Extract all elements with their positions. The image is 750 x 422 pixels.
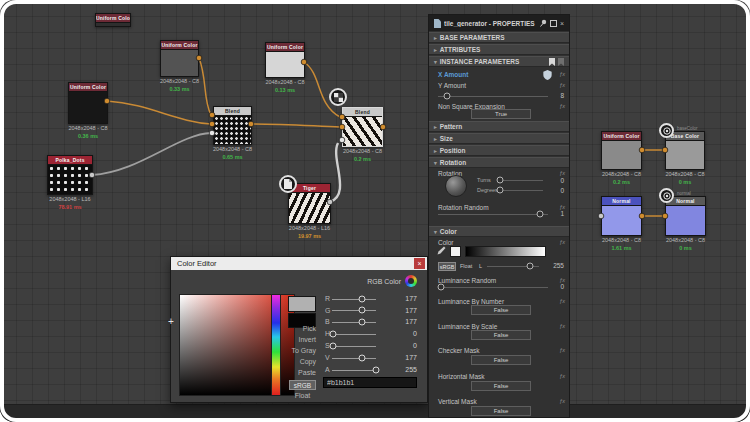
slider-knob[interactable]	[359, 307, 366, 314]
y-amount-value: 8	[560, 92, 564, 99]
pin-icon[interactable]	[539, 19, 547, 27]
rotation-turns-slider[interactable]	[499, 180, 543, 181]
function-icon[interactable]: ƒx	[559, 82, 565, 88]
color-editor-dialog[interactable]: Color Editor × + Pick Invert To Gray Cop…	[170, 256, 428, 403]
close-button[interactable]: ×	[414, 258, 425, 269]
non-square-expansion-toggle[interactable]: True	[471, 109, 531, 119]
slider-track[interactable]	[332, 346, 376, 347]
slider-knob[interactable]	[359, 296, 366, 303]
output-usage-badge[interactable]	[659, 188, 674, 203]
rotation-random-slider[interactable]	[438, 214, 548, 215]
function-icon[interactable]: ƒx	[559, 71, 565, 77]
to-gray-button[interactable]: To Gray	[271, 347, 316, 354]
invert-button[interactable]: Invert	[271, 336, 316, 343]
vertical-mask-toggle[interactable]: False	[471, 406, 531, 416]
y-amount-slider[interactable]	[438, 96, 548, 97]
slider-track[interactable]	[332, 310, 376, 311]
slider-knob[interactable]	[330, 343, 337, 350]
param-color: Color	[438, 239, 454, 246]
slider-track[interactable]	[332, 334, 376, 335]
section-rotation[interactable]: ▾ Rotation	[429, 157, 569, 168]
properties-titlebar[interactable]: tile_generator - PROPERTIES ×	[429, 15, 569, 31]
rotation-random-knob[interactable]	[537, 211, 544, 218]
node-graph-canvas[interactable]: Uniform Color Uniform Color 2048x2048 - …	[0, 0, 750, 422]
function-icon[interactable]: ƒx	[559, 347, 565, 353]
node-title: Uniform Color	[69, 83, 107, 92]
rotation-dial[interactable]	[445, 175, 467, 197]
node-uniform-color-4[interactable]: Uniform Color 2048x2048 - C8 0.2 ms	[601, 131, 642, 170]
color-swatch[interactable]	[450, 246, 461, 257]
hue-strip[interactable]	[271, 294, 281, 396]
eyedropper-icon[interactable]	[436, 246, 446, 256]
luminance-by-number-toggle[interactable]: False	[471, 305, 531, 315]
pick-button[interactable]: Pick	[271, 325, 316, 332]
node-uniform-color-3[interactable]: Uniform Color 2048x2048 - C8 0.36 ms	[68, 82, 108, 124]
section-instance-parameters[interactable]: ▾ INSTANCE PARAMETERS	[429, 56, 569, 67]
luminance-knob[interactable]	[527, 263, 534, 270]
section-attributes[interactable]: ▸ ATTRIBUTES	[429, 44, 569, 55]
node-uniform-color-2[interactable]: Uniform Color 2048x2048 - C8 0.13 ms	[265, 42, 305, 78]
float-toggle[interactable]: Float	[460, 263, 472, 269]
slider-knob[interactable]	[330, 331, 337, 338]
view-3d-badge[interactable]	[279, 175, 297, 193]
slider-track[interactable]	[332, 299, 376, 300]
section-color[interactable]: ▾ Color	[429, 226, 569, 237]
section-size[interactable]: ▸ Size	[429, 133, 569, 144]
color-mode-label[interactable]: RGB Color	[321, 278, 401, 285]
param-luminance-by-scale: Luminance By Scale	[438, 323, 497, 330]
function-icon[interactable]: ƒx	[559, 398, 565, 404]
param-x-amount[interactable]: X Amount	[438, 71, 468, 78]
copy-button[interactable]: Copy	[271, 358, 316, 365]
section-base-parameters[interactable]: ▸ BASE PARAMETERS	[429, 32, 569, 43]
node-output-normal[interactable]: Normal 2048x2048 - C8 0 ms	[665, 196, 706, 236]
function-icon[interactable]: ƒx	[559, 323, 565, 329]
luminance-random-slider[interactable]	[438, 287, 548, 288]
color-gradient-bar[interactable]	[465, 246, 546, 257]
section-pattern[interactable]: ▸ Pattern	[429, 121, 569, 132]
function-icon[interactable]: ƒx	[559, 373, 565, 379]
close-icon[interactable]: ×	[560, 20, 564, 27]
hex-color-input[interactable]	[323, 377, 417, 388]
bookmark-icon[interactable]	[549, 58, 555, 66]
function-icon[interactable]: ƒx	[559, 103, 565, 109]
node-normal-1[interactable]: Normal 2048x2048 - C8 1.61 ms	[601, 196, 642, 236]
function-icon[interactable]: ƒx	[559, 170, 565, 176]
picker-cursor[interactable]: +	[168, 316, 174, 327]
y-amount-knob[interactable]	[444, 93, 451, 100]
slider-track[interactable]	[332, 370, 376, 371]
function-icon[interactable]: ƒx	[559, 298, 565, 304]
slider-knob[interactable]	[373, 367, 380, 374]
luminance-by-scale-toggle[interactable]: False	[471, 330, 531, 340]
float-window-icon[interactable]	[550, 20, 557, 27]
function-icon[interactable]: ƒx	[559, 239, 565, 245]
luminance-random-knob[interactable]	[438, 284, 445, 291]
section-position[interactable]: ▸ Position	[429, 145, 569, 156]
checker-mask-toggle[interactable]: False	[471, 355, 531, 365]
rotation-degrees-knob[interactable]	[497, 187, 504, 194]
slider-knob[interactable]	[359, 355, 366, 362]
float-toggle[interactable]: Float	[289, 392, 316, 399]
slider-knob[interactable]	[359, 319, 366, 326]
bookmark-icon[interactable]	[558, 58, 564, 66]
view-2d-badge[interactable]	[329, 88, 347, 106]
node-uniform-color-partial[interactable]: Uniform Color	[95, 13, 131, 27]
rotation-turns-knob[interactable]	[497, 177, 504, 184]
exposed-shield-icon[interactable]	[543, 70, 552, 80]
srgb-toggle[interactable]: sRGB	[289, 380, 316, 390]
node-output-base-color[interactable]: Base Color 2048x2048 - C8 0 ms	[665, 131, 705, 170]
color-editor-titlebar[interactable]: Color Editor ×	[171, 257, 427, 270]
node-uniform-color-1[interactable]: Uniform Color 2048x2048 - C8 0.33 ms	[160, 40, 199, 77]
properties-panel[interactable]: tile_generator - PROPERTIES × ▸ BASE PAR…	[428, 14, 570, 418]
output-usage-badge[interactable]	[659, 123, 674, 138]
node-polka-dots[interactable]: Polka_Dots 2048x2048 - L16 78.91 ms	[47, 155, 93, 195]
node-title: Uniform Color	[266, 43, 304, 52]
rotation-degrees-slider[interactable]	[499, 190, 543, 191]
node-blend-2[interactable]: Blend 2048x2048 - C8 0.2 ms	[342, 107, 383, 147]
horizontal-mask-toggle[interactable]: False	[471, 381, 531, 391]
node-blend-1[interactable]: Blend 2048x2048 - C8 0.65 ms	[213, 106, 252, 145]
color-mode-icon[interactable]	[405, 275, 417, 287]
srgb-toggle[interactable]: sRGB	[438, 262, 456, 271]
slider-track[interactable]	[332, 322, 376, 323]
slider-track[interactable]	[332, 358, 376, 359]
paste-button[interactable]: Paste	[271, 369, 316, 376]
